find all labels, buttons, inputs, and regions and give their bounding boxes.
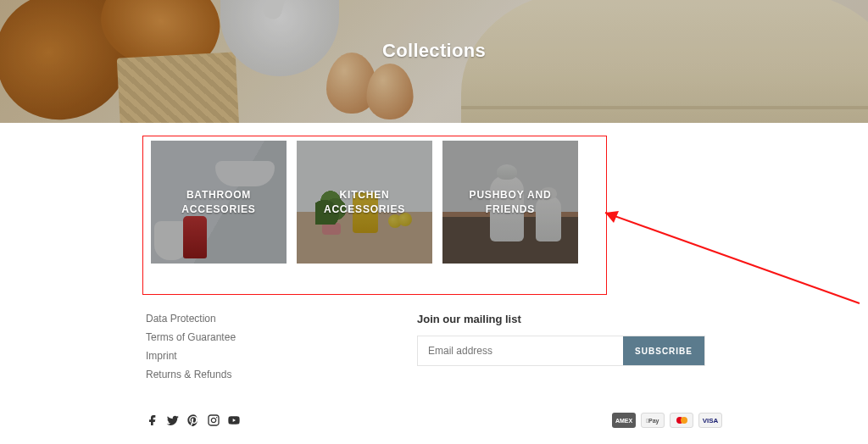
newsletter-heading: Join our mailing list [417, 313, 722, 325]
bottom-row: AMEX Pay VISA [146, 413, 722, 428]
subscribe-button[interactable]: SUBSCRIBE [623, 336, 704, 365]
footer-link-terms[interactable]: Terms of Guarantee [146, 331, 417, 343]
email-field[interactable] [418, 336, 623, 365]
youtube-icon[interactable] [227, 413, 241, 427]
collection-label: BATHROOM ACCESORIES [158, 188, 280, 215]
instagram-icon[interactable] [207, 413, 220, 427]
amex-icon: AMEX [612, 413, 636, 428]
collection-label: KITCHEN ACCESSORIES [303, 188, 426, 215]
footer-links: Data Protection Terms of Guarantee Impri… [146, 313, 417, 387]
footer: Data Protection Terms of Guarantee Impri… [146, 313, 722, 387]
page-title: Collections [0, 40, 868, 62]
collection-tile-pushboy[interactable]: PUSHBOY AND FRIENDS [442, 141, 578, 264]
twitter-icon[interactable] [166, 413, 180, 427]
footer-link-returns[interactable]: Returns & Refunds [146, 369, 417, 380]
social-icons [146, 413, 241, 427]
hero-banner: Collections [0, 0, 868, 123]
collection-tile-kitchen[interactable]: KITCHEN ACCESSORIES [297, 141, 432, 264]
mastercard-icon [670, 413, 693, 428]
collections-section: BATHROOM ACCESORIES KITCHEN ACCESSORIES … [146, 136, 722, 269]
payment-icons: AMEX Pay VISA [612, 413, 722, 428]
collection-label: PUSHBOY AND FRIENDS [449, 188, 571, 215]
footer-link-data-protection[interactable]: Data Protection [146, 313, 417, 325]
apple-pay-icon: Pay [641, 413, 665, 428]
collection-tiles: BATHROOM ACCESORIES KITCHEN ACCESSORIES … [151, 141, 717, 264]
newsletter-form: SUBSCRIBE [417, 336, 705, 366]
facebook-icon[interactable] [146, 413, 159, 427]
collection-tile-bathroom[interactable]: BATHROOM ACCESORIES [151, 141, 287, 264]
footer-link-imprint[interactable]: Imprint [146, 350, 417, 362]
visa-icon: VISA [698, 413, 722, 428]
pinterest-icon[interactable] [186, 413, 200, 427]
newsletter: Join our mailing list SUBSCRIBE [417, 313, 722, 387]
